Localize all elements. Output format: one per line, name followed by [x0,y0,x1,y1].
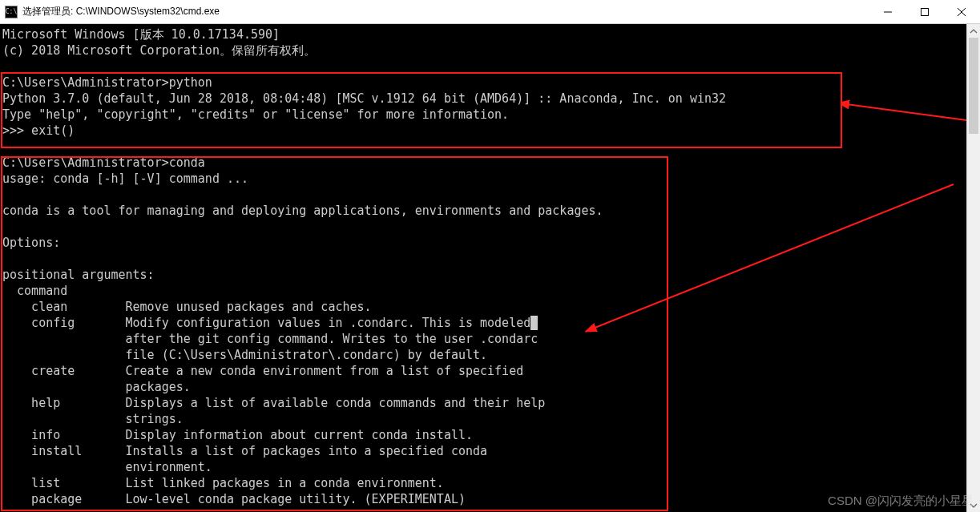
terminal-line: conda is a tool for managing and deployi… [2,204,603,218]
scroll-track[interactable] [967,38,980,498]
terminal-line: file (C:\Users\Administrator\.condarc) b… [2,348,487,362]
terminal-output[interactable]: Microsoft Windows [版本 10.0.17134.590] (c… [0,24,980,512]
terminal-line: package Low-level conda package utility.… [2,492,466,506]
scroll-down-button[interactable] [967,498,980,512]
terminal-line: strings. [2,412,183,426]
terminal-line: clean Remove unused packages and caches. [2,300,372,314]
terminal-line: list List linked packages in a conda env… [2,476,444,490]
vertical-scrollbar[interactable] [966,24,980,512]
window-title: 选择管理员: C:\WINDOWS\system32\cmd.exe [22,5,869,18]
terminal-line: usage: conda [-h] [-V] command ... [2,171,248,186]
terminal-line: positional arguments: [2,268,155,282]
terminal-line: Type "help", "copyright", "credits" or "… [2,107,509,122]
terminal-line: packages. [2,380,191,394]
terminal-line: environment. [2,460,212,474]
scroll-thumb[interactable] [969,38,978,134]
scroll-up-button[interactable] [967,24,980,38]
terminal-line: C:\Users\Administrator>conda [2,155,205,170]
terminal-line: config Modify configuration values in .c… [2,316,530,330]
terminal-line: (c) 2018 Microsoft Corporation。保留所有权利。 [2,43,316,58]
terminal-line: Microsoft Windows [版本 10.0.17134.590] [2,27,280,42]
terminal-line: install Installs a list of packages into… [2,444,487,458]
window-controls [869,0,980,24]
terminal-line: Python 3.7.0 (default, Jun 28 2018, 08:0… [2,91,726,106]
terminal-line: create Create a new conda environment fr… [2,364,523,378]
terminal-line: Options: [2,236,60,250]
terminal-line: >>> exit() [2,123,75,138]
window-titlebar: C:\ 选择管理员: C:\WINDOWS\system32\cmd.exe [0,0,980,24]
close-button[interactable] [943,0,980,24]
terminal-line: command [2,284,67,298]
app-icon: C:\ [5,6,18,18]
text-cursor [530,316,538,330]
terminal-line: help Displays a list of available conda … [2,396,545,410]
minimize-button[interactable] [869,0,906,24]
terminal-line: info Display information about current c… [2,428,473,442]
svg-rect-1 [922,8,929,15]
terminal-line: C:\Users\Administrator>python [2,75,212,90]
maximize-button[interactable] [906,0,943,24]
terminal-line: after the git config command. Writes to … [2,332,538,346]
